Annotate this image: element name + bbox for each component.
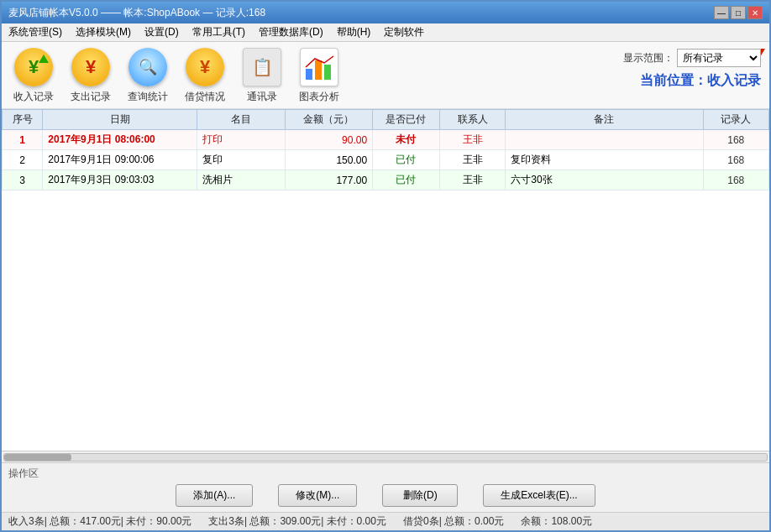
income-icon: ¥ [13, 46, 55, 88]
status-bar: 收入3条| 总额：417.00元| 未付：90.00元 支出3条| 总额：309… [2, 512, 769, 530]
cell-name: 洗相片 [197, 170, 285, 190]
records-table: 序号 日期 名目 金额（元） 是否已付 联系人 备注 记录人 1 2017年9月… [2, 109, 769, 190]
chart-button[interactable]: 图表分析 [294, 46, 344, 104]
bar-chart-svg [303, 52, 335, 82]
cell-remark [506, 130, 703, 150]
menu-tools[interactable]: 常用工具(T) [186, 23, 252, 41]
delete-button[interactable]: 删除(D) [382, 484, 458, 507]
col-header-paid: 是否已付 [373, 110, 440, 130]
query-button[interactable]: 🔍 查询统计 [123, 46, 173, 104]
loan-label: 借贷情况 [185, 90, 225, 104]
menu-custom[interactable]: 定制软件 [377, 23, 431, 41]
cell-seq: 3 [3, 170, 43, 190]
contact-button[interactable]: 📋 通讯录 [237, 46, 287, 104]
col-header-name: 名目 [197, 110, 285, 130]
add-button[interactable]: 添加(A)... [176, 484, 253, 507]
cell-date: 2017年9月1日 09:00:06 [43, 150, 197, 170]
table-area: 序号 日期 名目 金额（元） 是否已付 联系人 备注 记录人 1 2017年9月… [2, 109, 769, 451]
close-button[interactable]: ✕ [747, 6, 763, 19]
menu-settings[interactable]: 设置(D) [138, 23, 186, 41]
export-button[interactable]: 生成Excel表(E)... [483, 484, 595, 507]
col-header-remark: 备注 [506, 110, 703, 130]
minimize-button[interactable]: — [714, 6, 729, 19]
toolbar: ¥ 收入记录 ¥ 支出记录 [2, 42, 769, 109]
col-header-seq: 序号 [3, 110, 43, 130]
expense-label: 支出记录 [71, 90, 111, 104]
horizontal-scrollbar[interactable] [2, 451, 769, 462]
title-bar: 麦风店铺帐本V5.0.0 —— 帐本:ShopABook — 记录人:168 —… [2, 2, 769, 23]
expense-icon: ¥ [70, 46, 112, 88]
expense-button[interactable]: ¥ 支出记录 [66, 46, 116, 104]
contact-label: 通讯录 [247, 90, 277, 104]
income-label: 收入记录 [13, 90, 54, 104]
cell-date: 2017年9月1日 08:06:00 [43, 130, 197, 150]
chart-icon [298, 46, 340, 88]
main-window: 麦风店铺帐本V5.0.0 —— 帐本:ShopABook — 记录人:168 —… [0, 0, 771, 532]
menu-module[interactable]: 选择模块(M) [69, 23, 138, 41]
col-header-amount: 金额（元） [285, 110, 373, 130]
arrow-up-icon [38, 53, 50, 65]
status-balance: 余额：108.00元 [521, 514, 592, 529]
cell-date: 2017年9月3日 09:03:03 [43, 170, 197, 190]
svg-rect-3 [315, 60, 322, 80]
loan-button[interactable]: ¥ 借贷情况 [180, 46, 230, 104]
cell-amount: 177.00 [285, 170, 373, 190]
operation-label: 操作区 [8, 467, 763, 481]
cell-amount: 150.00 [285, 150, 373, 170]
cell-recorder: 168 [703, 150, 768, 170]
loan-icon: ¥ [184, 46, 226, 88]
table-row[interactable]: 2 2017年9月1日 09:00:06 复印 150.00 已付 王非 复印资… [3, 150, 769, 170]
svg-rect-4 [324, 65, 331, 80]
cell-paid: 未付 [373, 130, 440, 150]
contact-icon: 📋 [241, 46, 283, 88]
toolbar-right: 显示范围： 所有记录 今日 本周 本月 本年 当前位置：收入记录 [623, 49, 761, 90]
status-loan: 借贷0条| 总额：0.00元 [403, 514, 504, 529]
current-position: 当前位置：收入记录 [640, 72, 761, 90]
chart-label: 图表分析 [299, 90, 339, 104]
cell-recorder: 168 [703, 170, 768, 190]
cell-paid: 已付 [373, 170, 440, 190]
cell-contact: 王非 [439, 150, 505, 170]
cell-amount: 90.00 [285, 130, 373, 150]
restore-button[interactable]: □ [731, 6, 746, 19]
cell-contact: 王非 [439, 170, 505, 190]
income-button[interactable]: ¥ 收入记录 [8, 46, 59, 104]
svg-marker-0 [39, 55, 49, 63]
cell-name: 打印 [197, 130, 285, 150]
display-range-label: 显示范围： [623, 51, 674, 65]
cell-seq: 1 [3, 130, 43, 150]
scroll-track[interactable] [3, 453, 768, 462]
cell-contact: 王非 [439, 130, 505, 150]
operation-area: 操作区 添加(A)... 修改(M)... 删除(D) 生成Excel表(E).… [2, 462, 769, 512]
scroll-thumb[interactable] [4, 454, 71, 461]
query-label: 查询统计 [128, 90, 168, 104]
cell-remark: 复印资料 [506, 150, 703, 170]
cell-recorder: 168 [703, 130, 768, 150]
menu-system[interactable]: 系统管理(S) [2, 23, 69, 41]
menu-database[interactable]: 管理数据库(D) [252, 23, 330, 41]
table-row[interactable]: 3 2017年9月3日 09:03:03 洗相片 177.00 已付 王非 六寸… [3, 170, 769, 190]
cell-remark: 六寸30张 [506, 170, 703, 190]
edit-button[interactable]: 修改(M)... [278, 484, 357, 507]
col-header-contact: 联系人 [439, 110, 505, 130]
operation-buttons: 添加(A)... 修改(M)... 删除(D) 生成Excel表(E)... [8, 484, 763, 507]
table-row[interactable]: 1 2017年9月1日 08:06:00 打印 90.00 未付 王非 168 [3, 130, 769, 150]
display-range-control: 显示范围： 所有记录 今日 本周 本月 本年 [623, 49, 761, 67]
cell-paid: 已付 [373, 150, 440, 170]
display-range-select[interactable]: 所有记录 今日 本周 本月 本年 [677, 49, 761, 67]
menu-bar: 系统管理(S) 选择模块(M) 设置(D) 常用工具(T) 管理数据库(D) 帮… [2, 23, 769, 42]
cell-name: 复印 [197, 150, 285, 170]
window-controls: — □ ✕ [714, 6, 763, 19]
status-expense: 支出3条| 总额：309.00元| 未付：0.00元 [208, 514, 386, 529]
window-title: 麦风店铺帐本V5.0.0 —— 帐本:ShopABook — 记录人:168 [8, 6, 265, 20]
menu-help[interactable]: 帮助(H) [330, 23, 378, 41]
svg-rect-2 [306, 69, 312, 80]
cell-seq: 2 [3, 150, 43, 170]
query-icon: 🔍 [127, 46, 169, 88]
col-header-recorder: 记录人 [703, 110, 768, 130]
col-header-date: 日期 [43, 110, 197, 130]
status-income: 收入3条| 总额：417.00元| 未付：90.00元 [8, 514, 191, 529]
